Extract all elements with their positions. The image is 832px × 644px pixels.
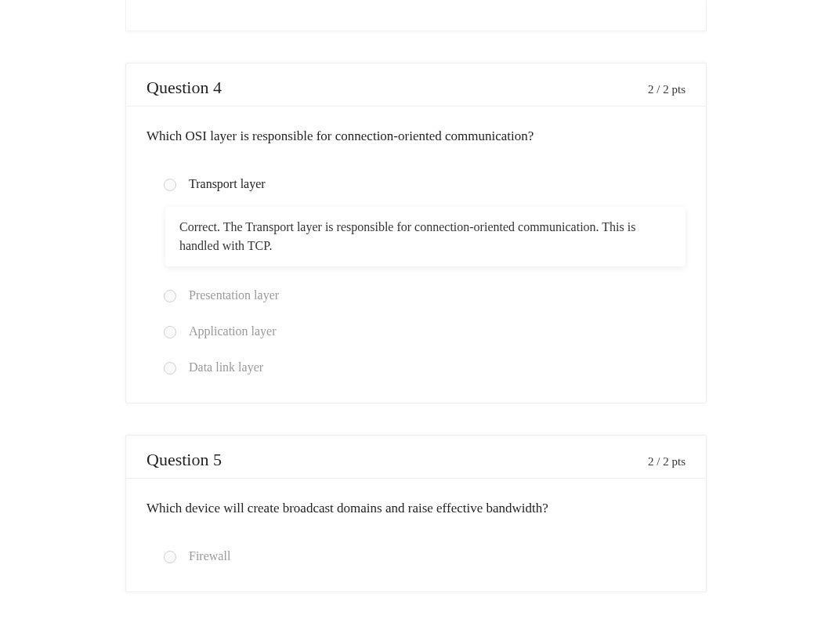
radio-icon	[164, 290, 176, 302]
answer-option: Firewall	[157, 538, 685, 574]
question-body: Which device will create broadcast domai…	[126, 479, 706, 592]
radio-icon	[164, 362, 176, 374]
question-title: Question 4	[147, 78, 222, 98]
answer-option: Application layer	[157, 313, 685, 349]
question-body: Which OSI layer is responsible for conne…	[126, 107, 706, 403]
answer-option: Data link layer	[157, 349, 685, 385]
radio-icon	[164, 179, 176, 191]
answer-text: Application layer	[189, 324, 277, 338]
question-header: Question 4 2 / 2 pts	[126, 63, 706, 107]
radio-icon	[164, 326, 176, 338]
answer-list: Firewall	[147, 538, 685, 574]
question-points: 2 / 2 pts	[648, 455, 685, 469]
question-header: Question 5 2 / 2 pts	[126, 436, 706, 479]
question-prompt: Which device will create broadcast domai…	[147, 501, 685, 516]
answer-text: Data link layer	[189, 360, 263, 374]
answer-text: Transport layer	[189, 177, 266, 191]
question-card: Question 5 2 / 2 pts Which device will c…	[125, 435, 707, 592]
question-card: Question 4 2 / 2 pts Which OSI layer is …	[125, 63, 707, 403]
question-title: Question 5	[147, 450, 222, 470]
feedback-box: Correct. The Transport layer is responsi…	[165, 207, 685, 266]
prev-question-fragment	[125, 0, 707, 31]
answer-text: Presentation layer	[189, 288, 279, 302]
answer-option: Presentation layer	[157, 277, 685, 313]
question-points: 2 / 2 pts	[648, 83, 685, 96]
radio-icon	[164, 551, 176, 563]
answer-list: Transport layer Correct. The Transport l…	[147, 166, 685, 385]
quiz-page: Question 4 2 / 2 pts Which OSI layer is …	[0, 0, 832, 624]
answer-option: Transport layer	[157, 166, 685, 202]
question-prompt: Which OSI layer is responsible for conne…	[147, 128, 685, 144]
answer-text: Firewall	[189, 549, 230, 563]
